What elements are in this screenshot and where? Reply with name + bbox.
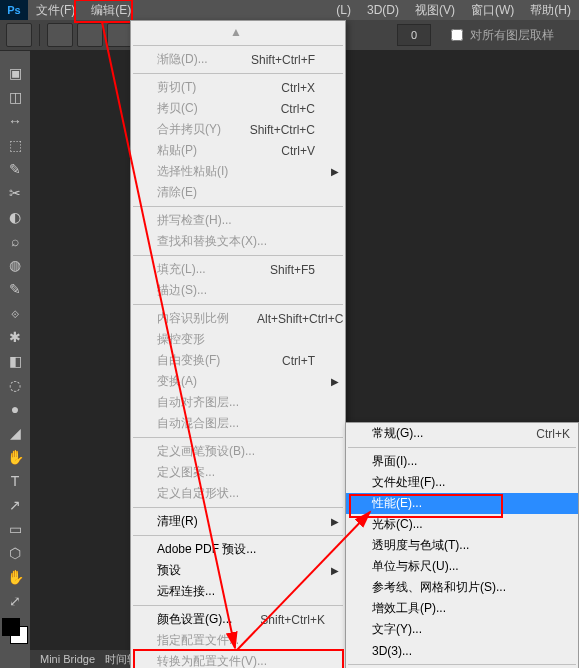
menu-item[interactable]: 拼写检查(H)... <box>131 210 345 231</box>
submenu-item[interactable]: 性能(E)... <box>346 493 578 514</box>
menu-file[interactable]: 文件(F) <box>28 0 83 21</box>
tool-21[interactable]: ✋ <box>3 566 27 588</box>
submenu-item[interactable]: 文件处理(F)... <box>346 472 578 493</box>
tool-19[interactable]: ▭ <box>3 518 27 540</box>
menu-label: 拼写检查(H)... <box>157 212 315 229</box>
menu-item[interactable]: 清理(R)▶ <box>131 511 345 532</box>
tool-9[interactable]: ✎ <box>3 278 27 300</box>
menu-item[interactable]: 渐隐(D)...Shift+Ctrl+F <box>131 49 345 70</box>
menu-item[interactable]: 定义图案... <box>131 462 345 483</box>
menu-label: 操控变形 <box>157 331 315 348</box>
tool-4[interactable]: ✎ <box>3 158 27 180</box>
menu-item[interactable]: 选择性粘贴(I)▶ <box>131 161 345 182</box>
tool-14[interactable]: ● <box>3 398 27 420</box>
menu-label: 填充(L)... <box>157 261 242 278</box>
tool-16[interactable]: ✋ <box>3 446 27 468</box>
preferences-submenu: 常规(G)...Ctrl+K界面(I)...文件处理(F)...性能(E)...… <box>345 422 579 668</box>
menu-item[interactable]: 填充(L)...Shift+F5 <box>131 259 345 280</box>
menu-item[interactable]: 清除(E) <box>131 182 345 203</box>
menu-item[interactable]: 合并拷贝(Y)Shift+Ctrl+C <box>131 119 345 140</box>
menu-item[interactable]: 描边(S)... <box>131 280 345 301</box>
menu-item[interactable]: 变换(A)▶ <box>131 371 345 392</box>
menu-item[interactable]: 查找和替换文本(X)... <box>131 231 345 252</box>
shortcut: Ctrl+T <box>282 354 315 368</box>
tool-13[interactable]: ◌ <box>3 374 27 396</box>
tool-15[interactable]: ◢ <box>3 422 27 444</box>
tool-8[interactable]: ◍ <box>3 254 27 276</box>
menu-view[interactable]: 视图(V) <box>407 0 463 21</box>
menu-l[interactable]: (L) <box>328 1 359 19</box>
menu-item[interactable]: 自由变换(F)Ctrl+T <box>131 350 345 371</box>
submenu-label: 性能(E)... <box>372 495 570 512</box>
tool-1[interactable]: ◫ <box>3 86 27 108</box>
tab-mini-bridge[interactable]: Mini Bridge <box>40 653 95 665</box>
submenu-arrow-icon: ▶ <box>331 376 339 387</box>
tool-11[interactable]: ✱ <box>3 326 27 348</box>
shortcut: Shift+Ctrl+F <box>251 53 315 67</box>
tool-6[interactable]: ◐ <box>3 206 27 228</box>
menu-item[interactable]: 拷贝(C)Ctrl+C <box>131 98 345 119</box>
menu-item[interactable]: 远程连接... <box>131 581 345 602</box>
menu-item[interactable]: 颜色设置(G)...Shift+Ctrl+K <box>131 609 345 630</box>
menu-label: 自动混合图层... <box>157 415 315 432</box>
menu-label: 渐隐(D)... <box>157 51 223 68</box>
tool-17[interactable]: T <box>3 470 27 492</box>
menu-up-icon: ▲ <box>131 21 345 42</box>
submenu-item[interactable]: 单位与标尺(U)... <box>346 556 578 577</box>
menu-item[interactable]: 定义画笔预设(B)... <box>131 441 345 462</box>
menu-help[interactable]: 帮助(H) <box>522 0 579 21</box>
menu-edit[interactable]: 编辑(E) <box>83 0 139 21</box>
tool-5[interactable]: ✂ <box>3 182 27 204</box>
menu-item[interactable]: 定义自定形状... <box>131 483 345 504</box>
menu-label: 远程连接... <box>157 583 315 600</box>
submenu-item[interactable]: 增效工具(P)... <box>346 598 578 619</box>
menu-item[interactable]: 指定配置文件... <box>131 630 345 651</box>
submenu-arrow-icon: ▶ <box>331 516 339 527</box>
tool-20[interactable]: ⬡ <box>3 542 27 564</box>
tool-18[interactable]: ↗ <box>3 494 27 516</box>
menu-item[interactable]: 操控变形 <box>131 329 345 350</box>
submenu-item[interactable]: 常规(G)...Ctrl+K <box>346 423 578 444</box>
submenu-label: 界面(I)... <box>372 453 570 470</box>
shortcut: Ctrl+V <box>281 144 315 158</box>
menu-item[interactable]: 内容识别比例Alt+Shift+Ctrl+C <box>131 308 345 329</box>
submenu-item[interactable]: 透明度与色域(T)... <box>346 535 578 556</box>
submenu-item[interactable]: 3D(3)... <box>346 640 578 661</box>
selection-mode-add[interactable] <box>77 23 103 47</box>
menu-label: 清理(R) <box>157 513 315 530</box>
menu-label: 合并拷贝(Y) <box>157 121 222 138</box>
tool-10[interactable]: ⟐ <box>3 302 27 324</box>
menu-label: 粘贴(P) <box>157 142 253 159</box>
menu-3d[interactable]: 3D(D) <box>359 1 407 19</box>
tool-0[interactable]: ▣ <box>3 62 27 84</box>
tolerance-field[interactable]: 0 <box>397 24 431 46</box>
submenu-item[interactable]: 文字(Y)... <box>346 619 578 640</box>
menu-item[interactable]: 剪切(T)Ctrl+X <box>131 77 345 98</box>
color-swatches[interactable] <box>2 618 28 648</box>
menu-label: 定义自定形状... <box>157 485 315 502</box>
sample-all-layers-checkbox[interactable]: 对所有图层取样 <box>447 26 554 44</box>
menu-item[interactable]: 自动对齐图层... <box>131 392 345 413</box>
checkbox-icon[interactable] <box>451 29 463 41</box>
submenu-item[interactable]: 光标(C)... <box>346 514 578 535</box>
menu-label: 内容识别比例 <box>157 310 229 327</box>
tool-2[interactable]: ↔ <box>3 110 27 132</box>
tool-22[interactable]: ⤢ <box>3 590 27 612</box>
menu-item[interactable]: 自动混合图层... <box>131 413 345 434</box>
checkbox-label: 对所有图层取样 <box>470 27 554 44</box>
submenu-label: 光标(C)... <box>372 516 570 533</box>
menu-item[interactable]: 转换为配置文件(V)... <box>131 651 345 668</box>
tool-preset-button[interactable] <box>6 23 32 47</box>
selection-mode-new[interactable] <box>47 23 73 47</box>
tool-7[interactable]: ⌕ <box>3 230 27 252</box>
menu-window[interactable]: 窗口(W) <box>463 0 522 21</box>
menubar: Ps 文件(F) 编辑(E) (L) 3D(D) 视图(V) 窗口(W) 帮助(… <box>0 0 579 20</box>
tool-12[interactable]: ◧ <box>3 350 27 372</box>
menu-item[interactable]: 粘贴(P)Ctrl+V <box>131 140 345 161</box>
tool-3[interactable]: ⬚ <box>3 134 27 156</box>
submenu-item[interactable]: 参考线、网格和切片(S)... <box>346 577 578 598</box>
menu-item[interactable]: Adobe PDF 预设... <box>131 539 345 560</box>
menu-item[interactable]: 预设▶ <box>131 560 345 581</box>
submenu-item[interactable]: 界面(I)... <box>346 451 578 472</box>
menu-label: 定义画笔预设(B)... <box>157 443 315 460</box>
